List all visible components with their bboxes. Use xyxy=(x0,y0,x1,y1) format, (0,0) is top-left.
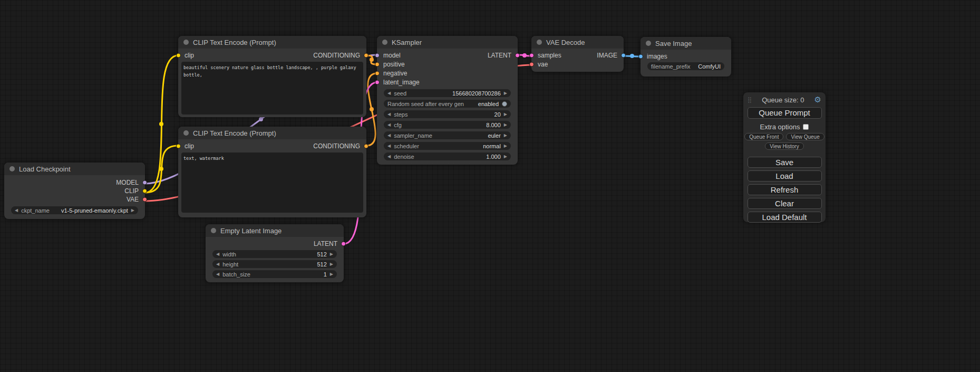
slot-row: model LATENT xyxy=(377,51,518,60)
decrement-arrow-icon[interactable]: ◀ xyxy=(387,121,391,129)
collapse-dot-icon[interactable] xyxy=(211,228,216,233)
input-slot-clip[interactable] xyxy=(176,53,181,58)
decrement-arrow-icon[interactable]: ◀ xyxy=(387,131,391,139)
decrement-arrow-icon[interactable]: ◀ xyxy=(216,270,219,278)
queue-front-button[interactable]: Queue Front xyxy=(744,133,783,140)
output-slot-image[interactable] xyxy=(621,53,626,58)
collapse-dot-icon[interactable] xyxy=(382,40,387,45)
widget-value: 20 xyxy=(494,111,501,118)
node-clip-text-encode-negative[interactable]: CLIP Text Encode (Prompt) clip CONDITION… xyxy=(178,127,366,217)
output-slot-conditioning[interactable] xyxy=(364,53,368,58)
widget-sampler-name[interactable]: ◀ sampler_name euler ▶ xyxy=(384,131,511,139)
node-save-image[interactable]: Save Image images filename_prefix ComfyU… xyxy=(641,37,731,77)
node-load-checkpoint[interactable]: Load Checkpoint MODEL CLIP VAE ◀ ckpt_na… xyxy=(4,163,145,219)
decrement-arrow-icon[interactable]: ◀ xyxy=(216,260,219,268)
widget-seed[interactable]: ◀ seed 156680208700286 ▶ xyxy=(384,89,511,97)
input-slot-latent-image[interactable] xyxy=(375,80,380,84)
settings-gear-icon[interactable]: ⚙ xyxy=(814,95,821,104)
view-queue-button[interactable]: View Queue xyxy=(786,133,824,140)
widget-steps[interactable]: ◀ steps 20 ▶ xyxy=(384,110,511,118)
input-slot-samples[interactable] xyxy=(529,53,534,58)
output-slot-vae[interactable] xyxy=(142,197,147,202)
increment-arrow-icon[interactable]: ▶ xyxy=(330,260,333,268)
collapse-dot-icon[interactable] xyxy=(646,41,651,46)
output-slot-clip[interactable] xyxy=(142,189,147,194)
increment-arrow-icon[interactable]: ▶ xyxy=(504,110,507,118)
refresh-button[interactable]: Refresh xyxy=(748,184,822,195)
node-title: KSampler xyxy=(392,39,422,46)
node-title-bar[interactable]: Empty Latent Image xyxy=(206,224,344,237)
node-empty-latent-image[interactable]: Empty Latent Image LATENT ◀ width 512 ▶ … xyxy=(206,224,344,282)
widget-scheduler[interactable]: ◀ scheduler normal ▶ xyxy=(384,142,511,150)
increment-arrow-icon[interactable]: ▶ xyxy=(504,131,507,139)
node-vae-decode[interactable]: VAE Decode samples IMAGE vae xyxy=(531,36,624,72)
prompt-textarea[interactable]: text, watermark xyxy=(181,152,363,213)
collapse-dot-icon[interactable] xyxy=(9,166,15,171)
output-slot-model[interactable] xyxy=(142,180,147,185)
output-label: CONDITIONING xyxy=(313,52,360,59)
widget-filename-prefix[interactable]: filename_prefix ComfyUI xyxy=(647,62,724,70)
extra-options-label: Extra options xyxy=(760,123,800,131)
widget-label: scheduler xyxy=(394,143,419,149)
clear-button[interactable]: Clear xyxy=(748,198,822,209)
widget-value: euler xyxy=(488,132,500,139)
collapse-dot-icon[interactable] xyxy=(183,130,189,136)
widget-cfg[interactable]: ◀ cfg 8.000 ▶ xyxy=(384,121,511,129)
input-slot-vae[interactable] xyxy=(529,62,534,66)
load-default-button[interactable]: Load Default xyxy=(748,212,822,223)
input-slot-positive[interactable] xyxy=(375,62,380,66)
node-title-bar[interactable]: Load Checkpoint xyxy=(4,163,145,175)
node-title-bar[interactable]: VAE Decode xyxy=(531,36,624,49)
decrement-arrow-icon[interactable]: ◀ xyxy=(387,152,391,160)
view-history-button[interactable]: View History xyxy=(765,142,803,150)
increment-arrow-icon[interactable]: ▶ xyxy=(330,270,333,278)
output-slot-conditioning[interactable] xyxy=(364,144,368,148)
decrement-arrow-icon[interactable]: ◀ xyxy=(387,89,391,97)
widget-label: denoise xyxy=(394,154,414,160)
drag-handle-icon[interactable]: ⣿ xyxy=(748,97,752,103)
node-title-bar[interactable]: CLIP Text Encode (Prompt) xyxy=(178,127,366,139)
output-slot-latent[interactable] xyxy=(341,241,346,246)
load-button[interactable]: Load xyxy=(748,170,822,182)
widget-label: ckpt_name xyxy=(21,207,50,214)
node-canvas[interactable]: Load Checkpoint MODEL CLIP VAE ◀ ckpt_na… xyxy=(0,0,980,372)
collapse-dot-icon[interactable] xyxy=(183,40,189,45)
history-row: View History xyxy=(743,142,826,150)
prompt-textarea[interactable]: beautiful scenery nature glass bottle la… xyxy=(181,62,363,115)
input-slot-negative[interactable] xyxy=(375,71,380,75)
collapse-dot-icon[interactable] xyxy=(537,40,542,45)
widget-denoise[interactable]: ◀ denoise 1.000 ▶ xyxy=(384,152,511,160)
output-slot-latent[interactable] xyxy=(515,53,520,58)
toggle-knob-icon[interactable] xyxy=(502,101,507,107)
decrement-arrow-icon[interactable]: ◀ xyxy=(216,250,219,258)
decrement-arrow-icon[interactable]: ◀ xyxy=(387,142,391,150)
widget-width[interactable]: ◀ width 512 ▶ xyxy=(212,250,337,258)
save-button[interactable]: Save xyxy=(748,157,822,168)
node-title-bar[interactable]: Save Image xyxy=(641,37,731,50)
node-title-bar[interactable]: CLIP Text Encode (Prompt) xyxy=(178,36,366,49)
increment-arrow-icon[interactable]: ▶ xyxy=(330,250,333,258)
node-ksampler[interactable]: KSampler model LATENT positive negative … xyxy=(377,36,518,165)
link-dot xyxy=(259,117,263,121)
widget-ckpt-name[interactable]: ◀ ckpt_name v1-5-pruned-emaonly.ckpt ▶ xyxy=(11,206,138,214)
decrement-arrow-icon[interactable]: ◀ xyxy=(387,110,391,118)
link-dot xyxy=(159,122,163,126)
input-slot-model[interactable] xyxy=(375,53,380,58)
input-slot-images[interactable] xyxy=(638,54,643,59)
decrement-arrow-icon[interactable]: ◀ xyxy=(15,206,18,214)
input-slot-clip[interactable] xyxy=(176,144,181,148)
extra-options-checkbox[interactable] xyxy=(803,124,809,130)
widget-batch-size[interactable]: ◀ batch_size 1 ▶ xyxy=(212,270,337,278)
queue-prompt-button[interactable]: Queue Prompt xyxy=(748,107,822,119)
increment-arrow-icon[interactable]: ▶ xyxy=(504,89,507,97)
increment-arrow-icon[interactable]: ▶ xyxy=(131,206,134,214)
node-clip-text-encode-positive[interactable]: CLIP Text Encode (Prompt) clip CONDITION… xyxy=(178,36,366,117)
increment-arrow-icon[interactable]: ▶ xyxy=(504,121,507,129)
widget-random-seed-toggle[interactable]: Random seed after every gen enabled xyxy=(384,100,511,108)
increment-arrow-icon[interactable]: ▶ xyxy=(504,152,507,160)
node-title-bar[interactable]: KSampler xyxy=(377,36,518,49)
widget-height[interactable]: ◀ height 512 ▶ xyxy=(212,260,337,268)
widget-label: cfg xyxy=(394,122,402,128)
increment-arrow-icon[interactable]: ▶ xyxy=(504,142,507,150)
queue-actions-row: Queue Front View Queue xyxy=(743,133,826,140)
